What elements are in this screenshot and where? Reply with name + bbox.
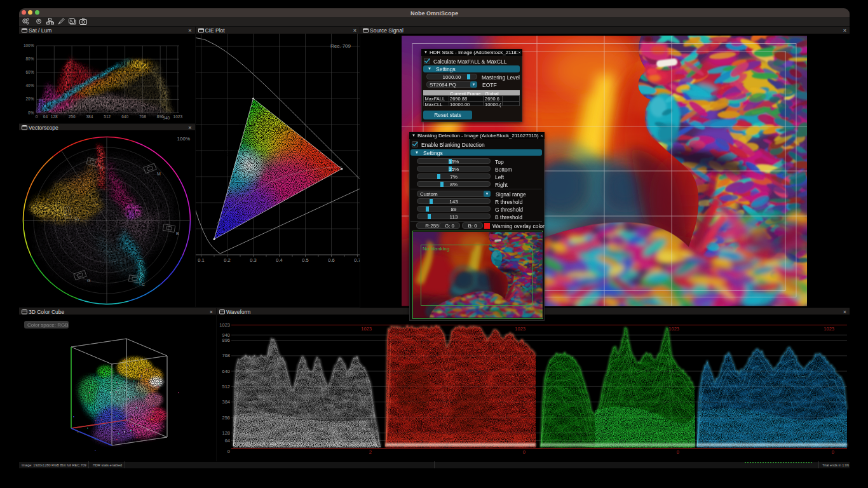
- svg-text:60%: 60%: [25, 70, 34, 74]
- svg-text:1023: 1023: [173, 114, 183, 118]
- svg-text:128: 128: [222, 430, 230, 436]
- svg-text:0: 0: [832, 449, 834, 455]
- svg-text:Rec. 709: Rec. 709: [330, 43, 351, 49]
- svg-text:128: 128: [51, 114, 58, 118]
- svg-text:0: 0: [36, 114, 38, 118]
- svg-text:640: 640: [222, 369, 230, 374]
- svg-text:0.5: 0.5: [302, 257, 308, 263]
- svg-text:896: 896: [222, 337, 230, 343]
- svg-text:1023: 1023: [668, 326, 679, 332]
- svg-text:0.6: 0.6: [328, 257, 334, 263]
- svg-text:1023: 1023: [361, 326, 372, 332]
- svg-text:640: 640: [121, 114, 128, 118]
- svg-text:B: B: [176, 231, 179, 236]
- svg-text:1023: 1023: [515, 326, 526, 332]
- svg-text:0.4: 0.4: [276, 257, 282, 263]
- svg-text:768: 768: [222, 353, 230, 358]
- svg-text:384: 384: [222, 399, 230, 405]
- svg-text:1023: 1023: [824, 326, 834, 332]
- svg-text:20%: 20%: [25, 97, 34, 101]
- svg-text:256: 256: [222, 415, 230, 421]
- svg-text:0: 0: [227, 449, 230, 454]
- svg-text:100%: 100%: [177, 136, 190, 142]
- svg-text:256: 256: [69, 114, 76, 118]
- svg-text:0.3: 0.3: [250, 257, 256, 263]
- svg-text:0.2: 0.2: [224, 257, 230, 263]
- svg-text:0%: 0%: [28, 110, 34, 114]
- svg-text:64: 64: [225, 438, 230, 444]
- svg-text:0.7: 0.7: [354, 257, 360, 263]
- svg-text:0.1: 0.1: [198, 257, 204, 263]
- svg-text:100%: 100%: [24, 43, 34, 48]
- svg-text:512: 512: [222, 384, 230, 390]
- svg-text:1023: 1023: [219, 322, 230, 328]
- svg-text:64: 64: [43, 114, 48, 118]
- svg-text:0: 0: [523, 449, 526, 455]
- svg-text:2: 2: [369, 449, 372, 455]
- svg-text:940: 940: [163, 115, 170, 119]
- svg-text:40%: 40%: [25, 83, 34, 88]
- svg-text:80%: 80%: [25, 57, 34, 61]
- svg-text:384: 384: [86, 114, 93, 118]
- svg-text:768: 768: [139, 114, 146, 118]
- svg-text:512: 512: [104, 114, 111, 118]
- svg-text:0: 0: [677, 449, 679, 455]
